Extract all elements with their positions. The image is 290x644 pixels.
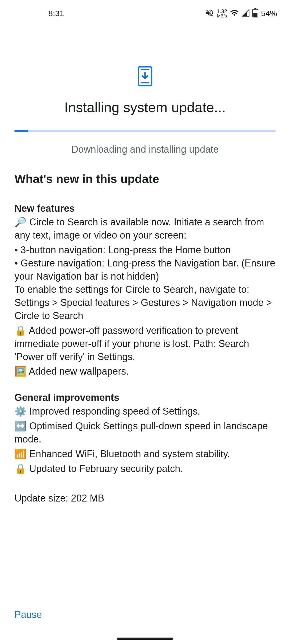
- battery-percent: 54%: [261, 9, 277, 18]
- network-speed-value: 1.32: [217, 9, 227, 14]
- new-features-heading: New features: [15, 203, 276, 214]
- page-title: Installing system update...: [15, 99, 276, 115]
- feature-bullet-gesture: • Gesture navigation: Long-press the Nav…: [15, 257, 276, 283]
- svg-rect-1: [255, 8, 256, 9]
- pause-button[interactable]: Pause: [15, 606, 42, 624]
- main-content: Installing system update... Downloading …: [0, 66, 290, 504]
- feature-wallpapers: 🖼️ Added new wallpapers.: [15, 365, 276, 378]
- mute-icon: [205, 8, 214, 19]
- navigation-handle[interactable]: [117, 638, 173, 640]
- update-size: Update size: 202 MB: [15, 493, 276, 504]
- progress-bar: [15, 130, 276, 132]
- feature-enable-path: To enable the settings for Circle to Sea…: [15, 283, 276, 323]
- general-improvements-heading: General improvements: [15, 392, 276, 403]
- improvement-security-patch: 🔒 Updated to February security patch.: [15, 462, 276, 475]
- feature-circle-search: 🔎 Circle to Search is available now. Ini…: [15, 216, 276, 242]
- progress-status-text: Downloading and installing update: [15, 144, 276, 155]
- feature-bullet-3button: • 3-button navigation: Long-press the Ho…: [15, 244, 276, 257]
- status-time: 8:31: [48, 9, 64, 18]
- whats-new-title: What's new in this update: [15, 172, 276, 186]
- improvement-quicksettings: ↔️ Optimised Quick Settings pull-down sp…: [15, 420, 276, 446]
- battery-icon: [252, 8, 258, 19]
- status-bar: 8:31 1.32 MB/s 54%: [0, 0, 290, 27]
- feature-poweroff-verify: 🔒 Added power-off password verification …: [15, 324, 276, 364]
- update-icon: [15, 66, 276, 86]
- improvement-settings-speed: ⚙️ Improved responding speed of Settings…: [15, 405, 276, 418]
- wifi-icon: [230, 8, 239, 19]
- status-right: 1.32 MB/s 54%: [205, 8, 277, 19]
- cellular-signal-icon: [242, 9, 250, 18]
- network-speed-unit: MB/s: [217, 14, 227, 18]
- improvement-stability: 📶 Enhanced WiFi, Bluetooth and system st…: [15, 448, 276, 461]
- bottom-action-bar: Pause: [15, 606, 42, 624]
- progress-fill: [15, 130, 28, 132]
- svg-rect-2: [253, 13, 257, 17]
- network-speed: 1.32 MB/s: [217, 9, 227, 18]
